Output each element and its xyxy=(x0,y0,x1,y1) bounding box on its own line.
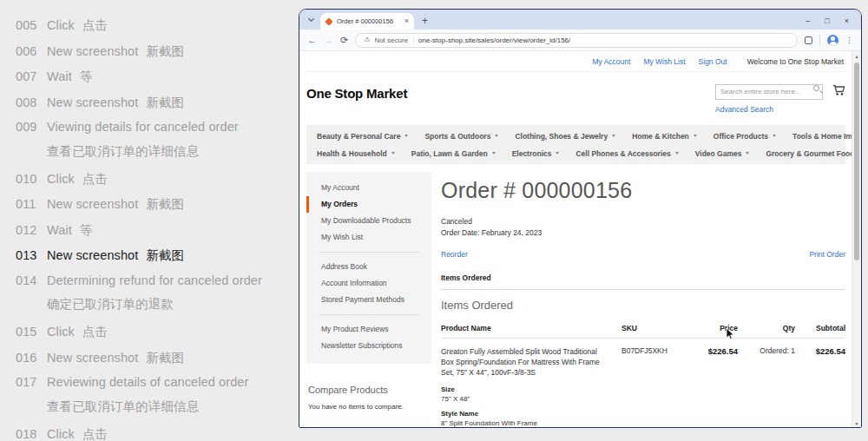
site-header: One Stop Market Advanced Search xyxy=(306,72,845,123)
step-label-en: New screenshot xyxy=(47,351,138,365)
toolbar-divider xyxy=(819,35,820,45)
step-number: 014 xyxy=(16,273,47,287)
new-tab-button[interactable]: + xyxy=(422,16,428,26)
nav-item[interactable]: Beauty & Personal Care xyxy=(317,132,408,141)
step-label-zh: 点击 xyxy=(82,427,108,441)
col-product-name: Product Name xyxy=(441,324,621,332)
reorder-link[interactable]: Reorder xyxy=(441,250,468,259)
menu-kebab-icon[interactable]: ⋮ xyxy=(845,36,853,44)
step-label-en: Click xyxy=(47,172,75,186)
print-order-link[interactable]: Print Order xyxy=(809,250,845,259)
page-viewport: My Account My Wish List Sign Out Welcome… xyxy=(299,51,861,428)
step-number: 010 xyxy=(16,172,47,186)
step-label-zh: 新截图 xyxy=(146,95,184,109)
tab-close-icon[interactable]: × xyxy=(404,17,409,25)
step-row: 010Click点击 xyxy=(16,171,299,188)
page-scrollbar[interactable]: ▲ ▼ xyxy=(852,51,861,428)
step-row: 009Viewing details for canceled order查看已… xyxy=(16,120,299,160)
url-text: one-stop-shop.site/sales/order/view/orde… xyxy=(418,36,570,44)
back-icon[interactable]: ← xyxy=(307,36,317,45)
step-number: 018 xyxy=(16,427,47,441)
minimize-button[interactable]: – xyxy=(806,17,810,25)
nav-item[interactable]: Sports & Outdoors xyxy=(424,132,498,141)
nav-item[interactable]: Home & Kitchen xyxy=(632,132,697,141)
sidebar-item-newsletter-subscriptions[interactable]: Newsletter Subscriptions xyxy=(306,338,431,354)
page-title: Order # 000000156 xyxy=(441,178,845,203)
nav-item[interactable]: Clothing, Shoes & Jewelry xyxy=(515,132,615,141)
step-label-zh: 点击 xyxy=(82,325,108,339)
sidebar-item-stored-payment-methods[interactable]: Stored Payment Methods xyxy=(306,292,431,308)
tab-title: Order # 000000156 xyxy=(337,17,402,25)
items-ordered-tab[interactable]: Items Ordered xyxy=(441,268,845,290)
browser-tab[interactable]: Order # 000000156 × xyxy=(320,13,414,30)
sidebar-item-my-wish-list[interactable]: My Wish List xyxy=(306,229,431,246)
product-option-style: Style Name 8" Split Foundation With Fram… xyxy=(441,410,609,427)
my-wishlist-link[interactable]: My Wish List xyxy=(643,57,685,66)
header-top-links: My Account My Wish List Sign Out Welcome… xyxy=(306,51,845,72)
browser-tab-strip: Order # 000000156 × + – □ × xyxy=(299,10,861,30)
step-number: 017 xyxy=(16,375,47,389)
step-label-zh: 点击 xyxy=(82,18,108,32)
step-number: 012 xyxy=(16,223,47,237)
sidebar-divider xyxy=(319,314,419,315)
search-icon[interactable] xyxy=(813,85,819,91)
step-number: 005 xyxy=(16,18,47,32)
warning-icon: ⚠ xyxy=(364,36,370,43)
step-row: 015Click点击 xyxy=(16,324,299,340)
sidebar-item-account-information[interactable]: Account Information xyxy=(306,275,431,292)
maximize-button[interactable]: □ xyxy=(825,17,829,25)
step-number: 016 xyxy=(16,351,47,365)
search-box xyxy=(715,82,823,100)
step-row: 006New screenshot新截图 xyxy=(16,43,299,60)
search-input[interactable] xyxy=(715,84,823,100)
action-log-panel: 005Click点击 006New screenshot新截图 007Wait等… xyxy=(0,0,299,441)
nav-item[interactable]: Video Games xyxy=(695,149,750,158)
step-number: 011 xyxy=(16,197,47,211)
chevron-down-icon xyxy=(391,152,395,155)
step-row-current: 013New screenshot新截图 xyxy=(16,247,299,264)
product-option-size: Size 75" X 48" xyxy=(441,385,609,403)
step-label-zh: 新截图 xyxy=(146,197,184,211)
advanced-search-link[interactable]: Advanced Search xyxy=(715,105,773,114)
sidebar-item-my-downloadable-products[interactable]: My Downloadable Products xyxy=(306,213,431,229)
close-button[interactable]: × xyxy=(845,17,849,25)
address-bar[interactable]: ⚠ Not secure one-stop-shop.site/sales/or… xyxy=(355,33,798,48)
category-nav: Beauty & Personal Care Sports & Outdoors… xyxy=(306,125,845,164)
nav-item[interactable]: Health & Household xyxy=(317,149,395,158)
side-panel-icon[interactable] xyxy=(805,36,812,44)
step-row: 007Wait等 xyxy=(16,69,299,85)
nav-item[interactable]: Patio, Lawn & Garden xyxy=(411,149,496,158)
cart-icon[interactable] xyxy=(832,84,845,96)
scrollbar-thumb[interactable] xyxy=(854,63,859,260)
step-number: 006 xyxy=(16,44,47,58)
forward-icon[interactable]: → xyxy=(324,36,333,45)
nav-item[interactable]: Cell Phones & Accessories xyxy=(575,149,678,158)
sidebar-item-my-account[interactable]: My Account xyxy=(306,180,431,196)
profile-avatar-icon[interactable] xyxy=(827,35,838,46)
chevron-down-icon xyxy=(492,152,496,155)
compare-products-empty-text: You have no items to compare. xyxy=(308,403,431,411)
step-row: 008New screenshot新截图 xyxy=(16,95,299,111)
step-label-en: New screenshot xyxy=(47,44,138,58)
sign-out-link[interactable]: Sign Out xyxy=(699,57,727,66)
sidebar-item-my-orders[interactable]: My Orders xyxy=(306,196,431,213)
scroll-up-icon[interactable]: ▲ xyxy=(852,54,861,59)
my-account-link[interactable]: My Account xyxy=(592,57,630,66)
scroll-down-icon[interactable]: ▼ xyxy=(852,421,861,426)
step-row: 018Click点击 xyxy=(16,426,299,441)
step-label-en: Click xyxy=(47,427,75,441)
col-sku: SKU xyxy=(621,324,684,332)
order-table-header: Product Name SKU Price Qty Subtotal xyxy=(441,319,845,339)
nav-item[interactable]: Electronics xyxy=(512,149,560,158)
nav-item[interactable]: Grocery & Gourmet Food xyxy=(766,149,861,158)
site-logo[interactable]: One Stop Market xyxy=(306,86,407,101)
mouse-cursor xyxy=(725,327,737,341)
step-label-zh: 查看已取消订单的详细信息 xyxy=(47,398,299,415)
tab-search-chevron-icon[interactable] xyxy=(305,14,317,26)
compare-products-section: Compare Products You have no items to co… xyxy=(306,385,431,411)
nav-item[interactable]: Office Products xyxy=(713,132,776,141)
sidebar-item-address-book[interactable]: Address Book xyxy=(306,259,431,275)
sidebar-item-my-product-reviews[interactable]: My Product Reviews xyxy=(306,321,431,338)
reload-icon[interactable]: ⟳ xyxy=(340,36,348,45)
welcome-message: Welcome to One Stop Market xyxy=(747,57,844,66)
